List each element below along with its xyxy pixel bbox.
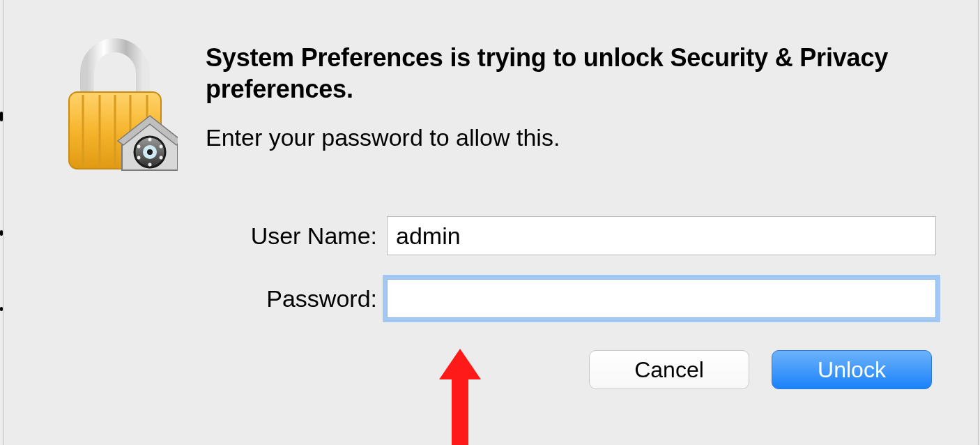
unlock-button[interactable]: Unlock <box>772 350 932 389</box>
svg-point-13 <box>137 156 141 160</box>
username-row: User Name: <box>206 216 936 255</box>
svg-point-10 <box>160 145 163 149</box>
lock-icon <box>52 35 178 174</box>
svg-point-11 <box>160 156 163 160</box>
edge-artifact <box>0 230 3 236</box>
dialog-messages: System Preferences is trying to unlock S… <box>206 35 936 151</box>
username-input[interactable] <box>387 216 936 255</box>
lock-icon-container <box>45 35 206 174</box>
dialog-header-row: System Preferences is trying to unlock S… <box>45 35 936 174</box>
dialog-title: System Preferences is trying to unlock S… <box>206 42 936 105</box>
svg-point-8 <box>147 149 153 155</box>
password-input[interactable] <box>387 279 936 318</box>
svg-point-14 <box>137 145 141 149</box>
svg-point-12 <box>148 163 152 167</box>
password-label: Password: <box>206 285 387 312</box>
cancel-button[interactable]: Cancel <box>589 350 749 389</box>
auth-dialog: System Preferences is trying to unlock S… <box>3 0 979 445</box>
svg-point-9 <box>148 138 152 142</box>
password-row: Password: <box>206 279 936 318</box>
edge-artifact <box>0 307 3 311</box>
credentials-form: User Name: Password: Cancel Unlock <box>45 216 936 389</box>
username-label: User Name: <box>206 222 387 250</box>
dialog-buttons: Cancel Unlock <box>206 350 936 389</box>
dialog-subtitle: Enter your password to allow this. <box>206 124 936 151</box>
edge-artifact <box>0 112 3 121</box>
